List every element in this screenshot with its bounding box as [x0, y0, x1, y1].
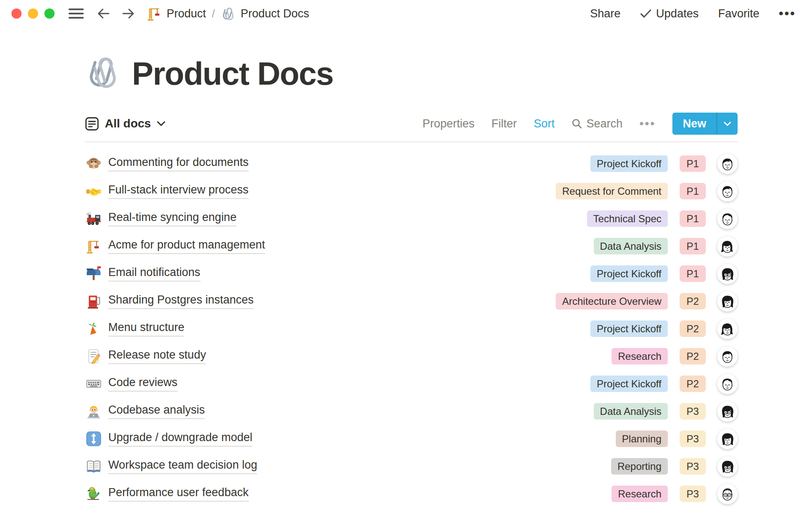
priority-badge[interactable]: P2: [680, 320, 706, 337]
new-button-chevron-down-icon[interactable]: [717, 113, 738, 135]
priority-badge[interactable]: P1: [680, 238, 706, 254]
doc-title[interactable]: Workspace team decision log: [108, 458, 257, 474]
locomotive-icon: [85, 211, 102, 226]
sidebar-menu-icon[interactable]: [68, 7, 84, 20]
priority-badge[interactable]: P3: [680, 431, 706, 447]
breadcrumb-label: Product Docs: [241, 7, 309, 20]
avatar[interactable]: [717, 401, 738, 422]
new-button-label[interactable]: New: [672, 113, 716, 135]
doc-title[interactable]: Commenting for documents: [108, 156, 249, 171]
docs-table: Commenting for documentsProject KickoffP…: [85, 150, 738, 508]
tag-badge[interactable]: Research: [612, 348, 668, 364]
table-row[interactable]: Codebase analysisData AnalysisP3: [85, 398, 738, 425]
tag-badge[interactable]: Technical Spec: [587, 210, 668, 227]
doc-title[interactable]: Acme for product management: [108, 238, 265, 254]
close-window-icon[interactable]: [11, 8, 22, 19]
mailbox-icon: [85, 266, 102, 282]
sort-button[interactable]: Sort: [534, 117, 555, 130]
search-button[interactable]: Search: [571, 117, 623, 130]
chevron-down-icon: [156, 121, 166, 127]
page-content: Product Docs All docs Properties Filter …: [0, 53, 812, 508]
table-row[interactable]: Upgrade / downgrade modelPlanningP3: [85, 425, 738, 453]
priority-badge[interactable]: P1: [680, 155, 706, 172]
doc-title[interactable]: Code reviews: [108, 376, 178, 391]
properties-button[interactable]: Properties: [422, 117, 475, 130]
monkey-icon: [85, 156, 102, 171]
priority-badge[interactable]: P1: [680, 183, 706, 199]
favorite-button[interactable]: Favorite: [718, 7, 760, 20]
priority-badge[interactable]: P3: [680, 486, 706, 502]
back-arrow-icon[interactable]: [97, 8, 110, 19]
share-button[interactable]: Share: [590, 7, 620, 20]
doc-title[interactable]: Performance user feedback: [108, 486, 249, 501]
doc-title[interactable]: Release note study: [108, 348, 206, 364]
avatar[interactable]: [717, 319, 738, 339]
doc-title[interactable]: Full-stack interview process: [108, 183, 249, 199]
tag-badge[interactable]: Data Analysis: [594, 238, 668, 254]
tag-badge[interactable]: Planning: [616, 431, 668, 447]
table-row[interactable]: Code reviewsProject KickoffP2: [85, 370, 738, 398]
avatar[interactable]: [717, 484, 738, 504]
breadcrumb-item-product[interactable]: Product: [147, 6, 206, 21]
avatar[interactable]: [717, 264, 738, 284]
avatar[interactable]: [717, 456, 738, 477]
table-row[interactable]: Menu structureProject KickoffP2: [85, 315, 738, 342]
page-icon-paperclips[interactable]: [85, 53, 122, 91]
tag-badge[interactable]: Data Analysis: [594, 403, 668, 420]
tag-badge[interactable]: Architecture Overview: [556, 293, 668, 309]
priority-badge[interactable]: P1: [680, 210, 706, 227]
priority-badge[interactable]: P2: [680, 293, 706, 309]
check-icon: [640, 8, 652, 19]
table-row[interactable]: Email notificationsProject KickoffP1: [85, 260, 738, 287]
tag-badge[interactable]: Research: [612, 486, 668, 502]
table-row[interactable]: Performance user feedbackResearchP3: [85, 480, 738, 508]
doc-title[interactable]: Codebase analysis: [108, 403, 205, 419]
view-selector[interactable]: All docs: [85, 116, 166, 131]
crane-icon: [85, 238, 102, 254]
minimize-window-icon[interactable]: [28, 8, 38, 19]
priority-badge[interactable]: P3: [680, 403, 706, 420]
table-row[interactable]: Sharding Postgres instancesArchitecture …: [85, 287, 738, 315]
doc-title[interactable]: Sharding Postgres instances: [108, 293, 254, 309]
table-row[interactable]: Release note studyResearchP2: [85, 342, 738, 370]
avatar[interactable]: [717, 209, 738, 229]
avatar[interactable]: [717, 181, 738, 202]
tag-badge[interactable]: Project Kickoff: [590, 265, 668, 282]
new-button[interactable]: New: [672, 113, 738, 135]
doc-title[interactable]: Real-time syncing engine: [108, 211, 236, 226]
avatar[interactable]: [717, 346, 738, 367]
window-titlebar: Product / Product Docs Share Updates Fav…: [0, 0, 812, 27]
tag-badge[interactable]: Project Kickoff: [590, 375, 668, 392]
more-options-icon[interactable]: •••: [779, 6, 796, 21]
forward-arrow-icon[interactable]: [121, 8, 135, 19]
filter-button[interactable]: Filter: [491, 117, 517, 130]
doc-title[interactable]: Menu structure: [108, 321, 184, 336]
priority-badge[interactable]: P2: [680, 375, 706, 392]
avatar[interactable]: [717, 374, 738, 394]
priority-badge[interactable]: P3: [680, 458, 706, 475]
avatar[interactable]: [717, 291, 738, 312]
updates-button[interactable]: Updates: [640, 7, 699, 20]
zoom-window-icon[interactable]: [44, 8, 55, 19]
avatar[interactable]: [717, 236, 738, 257]
avatar[interactable]: [717, 154, 738, 174]
table-row[interactable]: Workspace team decision logReportingP3: [85, 453, 738, 480]
doc-title[interactable]: Email notifications: [108, 266, 200, 281]
priority-badge[interactable]: P2: [680, 348, 706, 364]
priority-badge[interactable]: P1: [680, 265, 706, 282]
open-book-icon: [85, 458, 102, 474]
table-row[interactable]: Real-time syncing engineTechnical SpecP1: [85, 205, 738, 232]
breadcrumb-item-product-docs[interactable]: Product Docs: [221, 6, 309, 21]
tag-badge[interactable]: Project Kickoff: [590, 320, 668, 337]
view-more-options-icon[interactable]: •••: [639, 117, 656, 130]
handshake-icon: [85, 183, 102, 199]
tag-badge[interactable]: Request for Comment: [556, 183, 668, 199]
view-toolbar: All docs Properties Filter Sort Search •…: [85, 113, 738, 141]
table-row[interactable]: Full-stack interview processRequest for …: [85, 177, 738, 205]
tag-badge[interactable]: Reporting: [611, 458, 668, 475]
table-row[interactable]: Acme for product managementData Analysis…: [85, 232, 738, 260]
tag-badge[interactable]: Project Kickoff: [590, 155, 668, 172]
table-row[interactable]: Commenting for documentsProject KickoffP…: [85, 150, 738, 177]
avatar[interactable]: [717, 429, 738, 449]
doc-title[interactable]: Upgrade / downgrade model: [108, 431, 252, 446]
